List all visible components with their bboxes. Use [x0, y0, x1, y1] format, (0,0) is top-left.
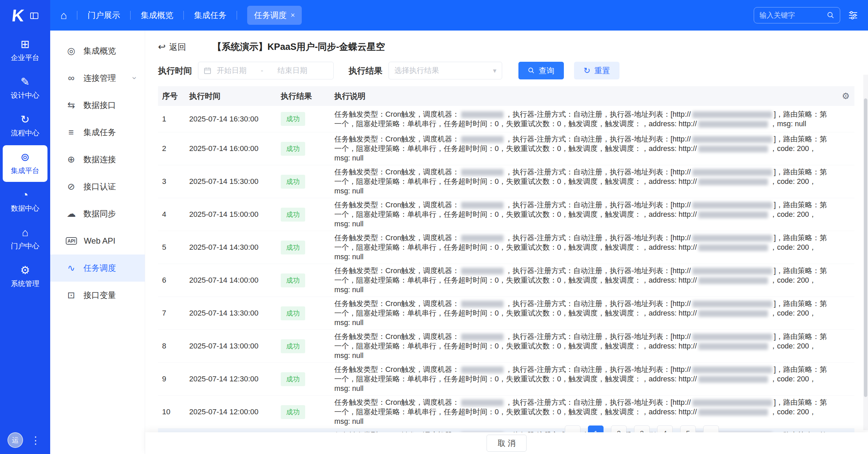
close-icon[interactable]: ×	[291, 11, 295, 20]
table-row[interactable]: 9 2025-07-14 12:30:00 成功 任务触发类型：Cron触发，调…	[158, 363, 854, 396]
table-row[interactable]: 3 2025-07-14 15:30:00 成功 任务触发类型：Cron触发，调…	[158, 165, 854, 198]
redacted-text	[698, 310, 768, 317]
cell-time: 2025-07-14 14:00:00	[189, 276, 281, 285]
topnav-门户展示[interactable]: 门户展示	[87, 10, 120, 21]
topbar-nav: 门户展示 集成概览 集成任务	[87, 10, 247, 21]
rail-item-集成平台[interactable]: ⊚ 集成平台	[3, 145, 47, 182]
rail-item-系统管理[interactable]: ⚙ 系统管理	[3, 258, 47, 295]
search-icon[interactable]	[827, 12, 834, 19]
cell-result: 成功	[281, 339, 334, 353]
rail-item-label: 系统管理	[11, 279, 39, 288]
cell-time: 2025-07-14 16:30:00	[189, 115, 281, 124]
rail-item-label: 集成平台	[11, 166, 39, 175]
table-body: 1 2025-07-14 16:30:00 成功 任务触发类型：Cron触发，调…	[158, 106, 854, 454]
sidebar-item-label: 数据同步	[83, 208, 116, 219]
auth-icon: ⊘	[66, 182, 77, 191]
sidebar-item-接口认证[interactable]: ⊘ 接口认证	[50, 173, 145, 200]
sidebar-item-label: 任务调度	[83, 263, 116, 273]
rail-item-设计中心[interactable]: ✎ 设计中心	[3, 70, 47, 107]
platform-icon: ⊚	[21, 152, 30, 163]
result-table: 序号 执行时间 执行结果 执行说明 ⚙ 1 2025-07-14 16:30:0…	[145, 86, 868, 454]
cell-index: 2	[158, 144, 189, 153]
redacted-text	[461, 301, 504, 307]
query-button[interactable]: 查询	[518, 62, 564, 79]
table-settings-gear-icon[interactable]: ⚙	[842, 91, 850, 101]
filter-sliders-icon[interactable]	[848, 11, 858, 20]
dataconn-icon: ⊕	[66, 155, 77, 164]
rail-item-门户中心[interactable]: ⌂ 门户中心	[3, 221, 47, 257]
flow-icon: ↻	[21, 114, 30, 125]
sidebar-item-接口变量[interactable]: ⊡ 接口变量	[50, 282, 145, 309]
sidebar-item-连接管理[interactable]: ∞ 连接管理 ›	[50, 64, 145, 92]
cell-description: 任务触发类型：Cron触发，调度机器：，执行器-注册方式：自动注册，执行器-地址…	[334, 363, 854, 395]
scrollbar-thumb[interactable]	[864, 98, 867, 397]
sidebar-items: ◎ 集成概览 ∞ 连接管理 › ⇆ 数据接口 ≡ 集成任务 ⊕ 数据连接 ⊘ 接…	[50, 37, 145, 309]
chevron-down-icon: ▾	[493, 67, 496, 75]
search-box[interactable]	[754, 7, 840, 23]
redacted-text	[698, 211, 768, 218]
refresh-icon: ↻	[584, 66, 590, 75]
footer-bar: 取 消	[145, 432, 868, 454]
divider	[183, 11, 184, 20]
table-row[interactable]: 6 2025-07-14 14:00:00 成功 任务触发类型：Cron触发，调…	[158, 264, 854, 297]
divider	[130, 11, 131, 20]
more-options-icon[interactable]: ⋮	[31, 434, 41, 446]
redacted-text	[692, 235, 772, 242]
status-badge: 成功	[281, 142, 305, 156]
result-select[interactable]: 选择执行结果 ▾	[389, 62, 502, 79]
home-icon[interactable]: ⌂	[60, 10, 67, 21]
sidebar-item-集成任务[interactable]: ≡ 集成任务	[50, 119, 145, 146]
table-row[interactable]: 7 2025-07-14 13:30:00 成功 任务触发类型：Cron触发，调…	[158, 297, 854, 330]
redacted-text	[698, 146, 768, 152]
table-row[interactable]: 5 2025-07-14 14:30:00 成功 任务触发类型：Cron触发，调…	[158, 231, 854, 264]
rail-item-企业平台[interactable]: ⊞ 企业平台	[3, 32, 47, 69]
avatar[interactable]: 运	[7, 432, 23, 448]
topnav-集成概览[interactable]: 集成概览	[141, 10, 173, 21]
rail-item-流程中心[interactable]: ↻ 流程中心	[3, 108, 47, 144]
cell-description: 任务触发类型：Cron触发，调度机器：，执行器-注册方式：自动注册，执行器-地址…	[334, 330, 854, 362]
redacted-text	[698, 277, 768, 284]
cell-time: 2025-07-14 15:00:00	[189, 210, 281, 219]
sidebar-item-label: Web API	[84, 236, 115, 246]
tab-task-schedule[interactable]: 任务调度 ×	[247, 6, 302, 25]
cell-time: 2025-07-14 16:00:00	[189, 144, 281, 153]
start-date-placeholder[interactable]: 开始日期	[217, 65, 246, 76]
sidebar-item-数据同步[interactable]: ☁ 数据同步	[50, 200, 145, 227]
end-date-placeholder[interactable]: 结束日期	[277, 65, 307, 76]
cell-description: 任务触发类型：Cron触发，调度机器：，执行器-注册方式：自动注册，执行器-地址…	[334, 396, 854, 428]
query-label: 查询	[539, 65, 554, 76]
redacted-text	[698, 178, 768, 185]
status-badge: 成功	[281, 175, 305, 189]
task-icon: ≡	[66, 128, 77, 137]
cell-time: 2025-07-14 12:00:00	[189, 408, 281, 416]
topnav-集成任务[interactable]: 集成任务	[194, 10, 226, 21]
sidebar-item-任务调度[interactable]: ∿ 任务调度	[50, 254, 145, 282]
status-badge: 成功	[281, 405, 305, 419]
cell-index: 1	[158, 115, 189, 124]
system-icon: ⚙	[20, 265, 30, 276]
date-range-picker[interactable]: 开始日期 - 结束日期	[198, 62, 334, 79]
table-row[interactable]: 10 2025-07-14 12:00:00 成功 任务触发类型：Cron触发，…	[158, 396, 854, 429]
cancel-button[interactable]: 取 消	[487, 435, 527, 452]
table-row[interactable]: 2 2025-07-14 16:00:00 成功 任务触发类型：Cron触发，调…	[158, 132, 854, 165]
rail-item-label: 门户中心	[11, 241, 39, 251]
cell-index: 3	[158, 177, 189, 186]
sidebar-item-数据接口[interactable]: ⇆ 数据接口	[50, 92, 145, 119]
search-input[interactable]	[760, 11, 824, 19]
collapse-panel-icon[interactable]	[30, 13, 38, 19]
rail-item-数据中心[interactable]: ◔ 数据中心	[3, 183, 47, 220]
status-badge: 成功	[281, 241, 305, 254]
sidebar-item-Web API[interactable]: API Web API	[50, 227, 145, 254]
table-row[interactable]: 8 2025-07-14 13:00:00 成功 任务触发类型：Cron触发，调…	[158, 330, 854, 363]
sidebar-item-数据连接[interactable]: ⊕ 数据连接	[50, 146, 145, 173]
table-row[interactable]: 1 2025-07-14 16:30:00 成功 任务触发类型：Cron触发，调…	[158, 106, 854, 132]
status-badge: 成功	[281, 112, 305, 126]
reset-button[interactable]: ↻ 重置	[574, 62, 619, 79]
cell-index: 7	[158, 309, 189, 318]
cell-result: 成功	[281, 273, 334, 287]
table-header: 序号 执行时间 执行结果 执行说明 ⚙	[158, 86, 854, 106]
sidebar-item-label: 数据连接	[83, 154, 116, 165]
back-button[interactable]: ↩ 返回	[158, 41, 186, 53]
table-row[interactable]: 4 2025-07-14 15:00:00 成功 任务触发类型：Cron触发，调…	[158, 198, 854, 231]
sidebar-item-集成概览[interactable]: ◎ 集成概览	[50, 37, 145, 64]
